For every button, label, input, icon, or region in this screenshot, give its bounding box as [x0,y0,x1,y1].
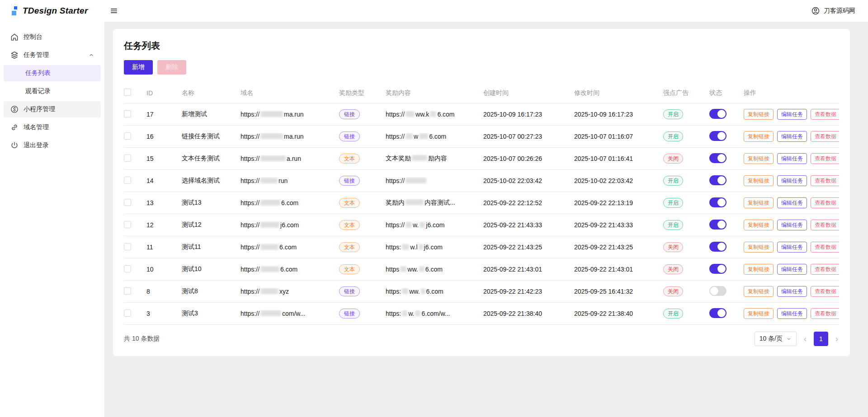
view-data-button[interactable]: 查看数据 [811,131,839,142]
copy-link-button[interactable]: 复制链接 [744,197,774,208]
cell-text: 励内容 [428,155,447,162]
edit-task-button[interactable]: 编辑任务 [777,197,807,208]
row-checkbox[interactable] [124,309,131,317]
view-data-button[interactable]: 查看数据 [811,175,839,186]
cell-text: com/w... [282,310,305,317]
cell-actions: 复制链接编辑任务查看数据 [744,242,839,253]
page-number-button[interactable]: 1 [814,332,828,346]
view-data-button[interactable]: 查看数据 [811,242,839,253]
sidebar-item-task-management[interactable]: 任务管理 [4,47,101,63]
view-data-button[interactable]: 查看数据 [811,153,839,164]
row-checkbox-cell [124,199,146,207]
edit-task-button[interactable]: 编辑任务 [777,220,807,230]
censored-blur [419,133,428,139]
sidebar-item-task-list[interactable]: 任务列表 [4,65,101,81]
copy-link-button[interactable]: 复制链接 [744,286,774,297]
status-toggle[interactable] [709,197,726,207]
copy-link-button[interactable]: 复制链接 [744,153,774,164]
status-toggle[interactable] [709,286,726,296]
cell-name: 测试13 [182,199,241,207]
edit-task-button[interactable]: 编辑任务 [777,153,807,164]
view-data-button[interactable]: 查看数据 [811,308,839,319]
edit-task-button[interactable]: 编辑任务 [777,131,807,142]
status-toggle[interactable] [709,242,726,252]
copy-link-button[interactable]: 复制链接 [744,131,774,142]
page-size-select[interactable]: 10 条/页 [755,332,797,346]
cell-text: 内容测试... [425,199,455,206]
row-checkbox[interactable] [124,243,131,250]
censored-blur [260,155,286,161]
row-checkbox[interactable] [124,199,131,206]
cell-reward-content: https://w6.com [386,133,483,140]
cell-status [709,286,744,297]
view-data-button[interactable]: 查看数据 [811,286,839,297]
cell-text: a.run [287,155,301,162]
sidebar-item-logout[interactable]: 退出登录 [4,137,101,154]
copy-link-button[interactable]: 复制链接 [744,308,774,319]
cell-reward-type: 文本 [339,198,386,208]
row-checkbox[interactable] [124,265,131,272]
select-all-checkbox[interactable] [124,89,131,96]
row-checkbox[interactable] [124,177,131,184]
row-checkbox[interactable] [124,110,131,117]
censored-blur [419,244,423,250]
copy-link-button[interactable]: 复制链接 [744,242,774,253]
toggle-knob [717,198,726,206]
cell-text: j6.com [280,221,299,229]
collapse-menu-icon[interactable] [109,6,118,15]
row-checkbox-cell [124,110,146,119]
row-checkbox[interactable] [124,287,131,295]
edit-task-button[interactable]: 编辑任务 [777,264,807,275]
cell-modified-time: 2025-09-22 21:43:25 [574,244,663,251]
layers-icon [10,51,19,60]
row-checkbox[interactable] [124,132,131,140]
edit-task-button[interactable]: 编辑任务 [777,286,807,297]
view-data-button[interactable]: 查看数据 [811,220,839,230]
row-checkbox[interactable] [124,155,131,162]
censored-blur [430,111,436,117]
cell-reward-content: 文本奖励励内容 [386,155,483,163]
edit-task-button[interactable]: 编辑任务 [777,242,807,253]
status-toggle[interactable] [709,109,726,119]
cell-text: w. [408,310,414,317]
sidebar-item-dashboard[interactable]: 控制台 [4,29,101,45]
status-toggle[interactable] [709,131,726,141]
view-data-button[interactable]: 查看数据 [811,264,839,275]
censored-blur [260,178,278,183]
row-checkbox[interactable] [124,221,131,228]
sidebar-item-miniapp-management[interactable]: 小程序管理 [4,101,101,117]
table-row: 17新增测试https://ma.run链接https://ww.k6.com2… [124,103,839,126]
cell-reward-type: 文本 [339,154,386,164]
edit-task-button[interactable]: 编辑任务 [777,175,807,186]
sidebar-item-domain-management[interactable]: 域名管理 [4,119,101,136]
cell-force-ad: 关闭 [663,154,709,164]
edit-task-button[interactable]: 编辑任务 [777,109,807,120]
sidebar-item-watch-records[interactable]: 观看记录 [4,83,101,99]
status-toggle[interactable] [709,153,726,163]
copy-link-button[interactable]: 复制链接 [744,264,774,275]
copy-link-button[interactable]: 复制链接 [744,220,774,230]
status-toggle[interactable] [709,264,726,274]
next-page-button[interactable]: › [835,334,839,344]
prev-page-button[interactable]: ‹ [803,334,807,344]
status-toggle[interactable] [709,308,726,318]
row-checkbox-cell [124,221,146,230]
copy-link-button[interactable]: 复制链接 [744,109,774,120]
status-toggle[interactable] [709,175,726,185]
add-button[interactable]: 新增 [124,60,153,75]
cell-domain: https://6.com [241,199,339,206]
cell-text: 6.com [280,266,297,273]
copy-link-button[interactable]: 复制链接 [744,175,774,186]
delete-button[interactable]: 删除 [157,60,186,75]
view-data-button[interactable]: 查看数据 [811,109,839,120]
edit-task-button[interactable]: 编辑任务 [777,308,807,319]
view-data-button[interactable]: 查看数据 [811,197,839,208]
logo[interactable]: TDesign Starter [0,6,105,16]
cell-modified-time: 2025-10-07 01:16:07 [574,133,663,140]
row-checkbox-cell [124,177,146,185]
user-name: 刀客源码网 [824,7,855,15]
toggle-knob [717,243,726,251]
user-menu[interactable]: 刀客源码网 [811,6,868,15]
status-toggle[interactable] [709,220,726,230]
cell-text: https [386,266,399,273]
